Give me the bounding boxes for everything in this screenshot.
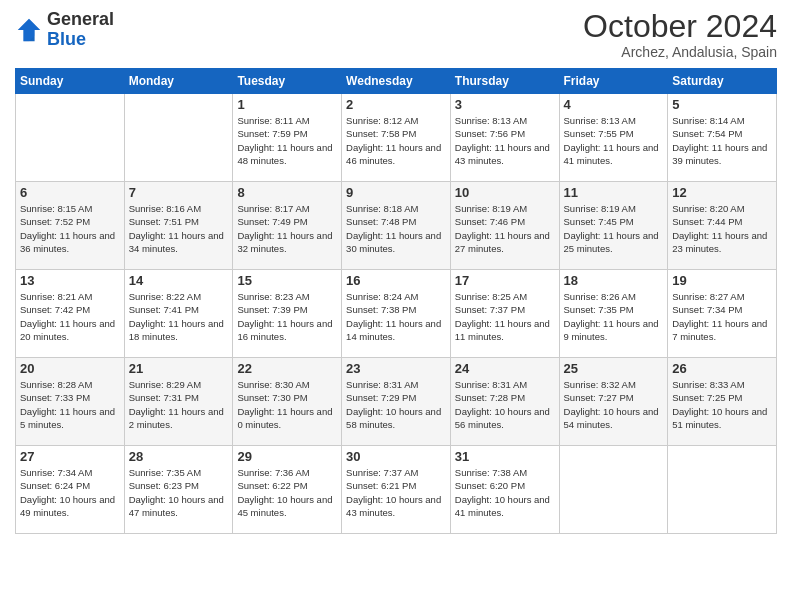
day-number: 9: [346, 185, 446, 200]
calendar-cell: 30Sunrise: 7:37 AM Sunset: 6:21 PM Dayli…: [342, 446, 451, 534]
day-number: 18: [564, 273, 664, 288]
day-number: 7: [129, 185, 229, 200]
calendar-cell: 22Sunrise: 8:30 AM Sunset: 7:30 PM Dayli…: [233, 358, 342, 446]
calendar-cell: 19Sunrise: 8:27 AM Sunset: 7:34 PM Dayli…: [668, 270, 777, 358]
day-number: 28: [129, 449, 229, 464]
day-number: 30: [346, 449, 446, 464]
day-info: Sunrise: 8:15 AM Sunset: 7:52 PM Dayligh…: [20, 202, 120, 255]
calendar-cell: 12Sunrise: 8:20 AM Sunset: 7:44 PM Dayli…: [668, 182, 777, 270]
calendar-cell: 17Sunrise: 8:25 AM Sunset: 7:37 PM Dayli…: [450, 270, 559, 358]
day-number: 23: [346, 361, 446, 376]
page-container: General Blue October 2024 Archez, Andalu…: [0, 0, 792, 612]
day-header-sunday: Sunday: [16, 69, 125, 94]
day-info: Sunrise: 7:35 AM Sunset: 6:23 PM Dayligh…: [129, 466, 229, 519]
day-header-friday: Friday: [559, 69, 668, 94]
calendar-table: SundayMondayTuesdayWednesdayThursdayFrid…: [15, 68, 777, 534]
day-info: Sunrise: 8:13 AM Sunset: 7:56 PM Dayligh…: [455, 114, 555, 167]
calendar-cell: 26Sunrise: 8:33 AM Sunset: 7:25 PM Dayli…: [668, 358, 777, 446]
calendar-cell: 3Sunrise: 8:13 AM Sunset: 7:56 PM Daylig…: [450, 94, 559, 182]
calendar-cell: 29Sunrise: 7:36 AM Sunset: 6:22 PM Dayli…: [233, 446, 342, 534]
day-number: 14: [129, 273, 229, 288]
day-info: Sunrise: 8:30 AM Sunset: 7:30 PM Dayligh…: [237, 378, 337, 431]
calendar-cell: 6Sunrise: 8:15 AM Sunset: 7:52 PM Daylig…: [16, 182, 125, 270]
day-number: 26: [672, 361, 772, 376]
calendar-cell: 5Sunrise: 8:14 AM Sunset: 7:54 PM Daylig…: [668, 94, 777, 182]
calendar-cell: 16Sunrise: 8:24 AM Sunset: 7:38 PM Dayli…: [342, 270, 451, 358]
day-info: Sunrise: 8:17 AM Sunset: 7:49 PM Dayligh…: [237, 202, 337, 255]
day-header-thursday: Thursday: [450, 69, 559, 94]
day-info: Sunrise: 8:28 AM Sunset: 7:33 PM Dayligh…: [20, 378, 120, 431]
header-row: SundayMondayTuesdayWednesdayThursdayFrid…: [16, 69, 777, 94]
day-number: 17: [455, 273, 555, 288]
day-number: 16: [346, 273, 446, 288]
calendar-cell: 1Sunrise: 8:11 AM Sunset: 7:59 PM Daylig…: [233, 94, 342, 182]
week-row-1: 1Sunrise: 8:11 AM Sunset: 7:59 PM Daylig…: [16, 94, 777, 182]
logo-icon: [15, 16, 43, 44]
calendar-cell: [124, 94, 233, 182]
day-number: 1: [237, 97, 337, 112]
day-header-wednesday: Wednesday: [342, 69, 451, 94]
calendar-cell: 20Sunrise: 8:28 AM Sunset: 7:33 PM Dayli…: [16, 358, 125, 446]
calendar-cell: 13Sunrise: 8:21 AM Sunset: 7:42 PM Dayli…: [16, 270, 125, 358]
calendar-cell: 18Sunrise: 8:26 AM Sunset: 7:35 PM Dayli…: [559, 270, 668, 358]
day-number: 3: [455, 97, 555, 112]
day-number: 6: [20, 185, 120, 200]
day-number: 11: [564, 185, 664, 200]
day-info: Sunrise: 8:12 AM Sunset: 7:58 PM Dayligh…: [346, 114, 446, 167]
day-number: 24: [455, 361, 555, 376]
day-info: Sunrise: 8:29 AM Sunset: 7:31 PM Dayligh…: [129, 378, 229, 431]
day-info: Sunrise: 8:32 AM Sunset: 7:27 PM Dayligh…: [564, 378, 664, 431]
day-number: 27: [20, 449, 120, 464]
calendar-cell: 7Sunrise: 8:16 AM Sunset: 7:51 PM Daylig…: [124, 182, 233, 270]
day-number: 20: [20, 361, 120, 376]
header: General Blue October 2024 Archez, Andalu…: [15, 10, 777, 60]
calendar-cell: 10Sunrise: 8:19 AM Sunset: 7:46 PM Dayli…: [450, 182, 559, 270]
calendar-cell: 9Sunrise: 8:18 AM Sunset: 7:48 PM Daylig…: [342, 182, 451, 270]
week-row-4: 20Sunrise: 8:28 AM Sunset: 7:33 PM Dayli…: [16, 358, 777, 446]
calendar-cell: 11Sunrise: 8:19 AM Sunset: 7:45 PM Dayli…: [559, 182, 668, 270]
calendar-header: SundayMondayTuesdayWednesdayThursdayFrid…: [16, 69, 777, 94]
day-number: 10: [455, 185, 555, 200]
day-info: Sunrise: 8:31 AM Sunset: 7:29 PM Dayligh…: [346, 378, 446, 431]
logo: General Blue: [15, 10, 114, 50]
day-info: Sunrise: 8:33 AM Sunset: 7:25 PM Dayligh…: [672, 378, 772, 431]
day-info: Sunrise: 7:36 AM Sunset: 6:22 PM Dayligh…: [237, 466, 337, 519]
calendar-cell: 14Sunrise: 8:22 AM Sunset: 7:41 PM Dayli…: [124, 270, 233, 358]
day-info: Sunrise: 8:26 AM Sunset: 7:35 PM Dayligh…: [564, 290, 664, 343]
day-number: 25: [564, 361, 664, 376]
day-header-saturday: Saturday: [668, 69, 777, 94]
day-info: Sunrise: 8:23 AM Sunset: 7:39 PM Dayligh…: [237, 290, 337, 343]
day-number: 8: [237, 185, 337, 200]
calendar-cell: 27Sunrise: 7:34 AM Sunset: 6:24 PM Dayli…: [16, 446, 125, 534]
location: Archez, Andalusia, Spain: [583, 44, 777, 60]
calendar-body: 1Sunrise: 8:11 AM Sunset: 7:59 PM Daylig…: [16, 94, 777, 534]
day-number: 31: [455, 449, 555, 464]
day-info: Sunrise: 8:13 AM Sunset: 7:55 PM Dayligh…: [564, 114, 664, 167]
day-info: Sunrise: 7:37 AM Sunset: 6:21 PM Dayligh…: [346, 466, 446, 519]
day-info: Sunrise: 7:34 AM Sunset: 6:24 PM Dayligh…: [20, 466, 120, 519]
day-info: Sunrise: 8:24 AM Sunset: 7:38 PM Dayligh…: [346, 290, 446, 343]
day-number: 19: [672, 273, 772, 288]
day-info: Sunrise: 8:31 AM Sunset: 7:28 PM Dayligh…: [455, 378, 555, 431]
day-info: Sunrise: 7:38 AM Sunset: 6:20 PM Dayligh…: [455, 466, 555, 519]
day-info: Sunrise: 8:19 AM Sunset: 7:46 PM Dayligh…: [455, 202, 555, 255]
day-info: Sunrise: 8:16 AM Sunset: 7:51 PM Dayligh…: [129, 202, 229, 255]
day-number: 2: [346, 97, 446, 112]
calendar-cell: 4Sunrise: 8:13 AM Sunset: 7:55 PM Daylig…: [559, 94, 668, 182]
calendar-cell: [559, 446, 668, 534]
day-info: Sunrise: 8:22 AM Sunset: 7:41 PM Dayligh…: [129, 290, 229, 343]
day-info: Sunrise: 8:11 AM Sunset: 7:59 PM Dayligh…: [237, 114, 337, 167]
calendar-cell: 24Sunrise: 8:31 AM Sunset: 7:28 PM Dayli…: [450, 358, 559, 446]
day-header-monday: Monday: [124, 69, 233, 94]
calendar-cell: 21Sunrise: 8:29 AM Sunset: 7:31 PM Dayli…: [124, 358, 233, 446]
day-info: Sunrise: 8:19 AM Sunset: 7:45 PM Dayligh…: [564, 202, 664, 255]
calendar-cell: 25Sunrise: 8:32 AM Sunset: 7:27 PM Dayli…: [559, 358, 668, 446]
calendar-cell: 15Sunrise: 8:23 AM Sunset: 7:39 PM Dayli…: [233, 270, 342, 358]
logo-text: General Blue: [47, 10, 114, 50]
calendar-cell: 2Sunrise: 8:12 AM Sunset: 7:58 PM Daylig…: [342, 94, 451, 182]
week-row-3: 13Sunrise: 8:21 AM Sunset: 7:42 PM Dayli…: [16, 270, 777, 358]
day-info: Sunrise: 8:27 AM Sunset: 7:34 PM Dayligh…: [672, 290, 772, 343]
day-number: 15: [237, 273, 337, 288]
day-header-tuesday: Tuesday: [233, 69, 342, 94]
day-number: 22: [237, 361, 337, 376]
